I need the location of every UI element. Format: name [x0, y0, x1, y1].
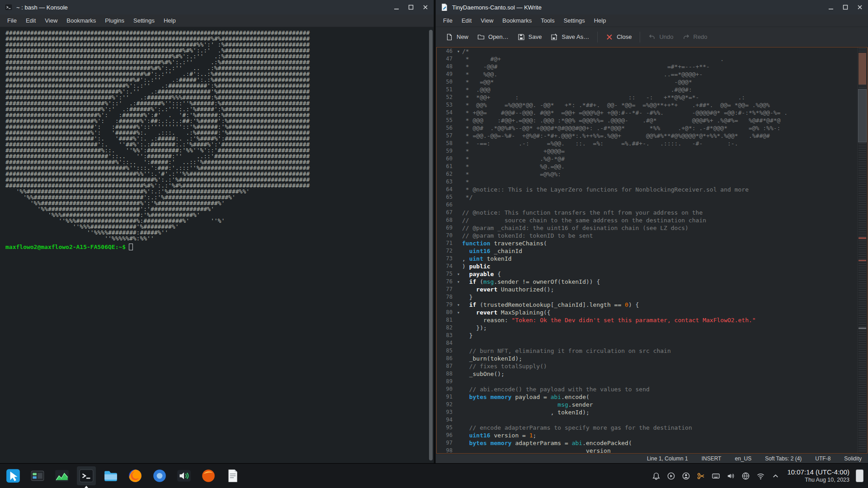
- clock[interactable]: 10:07:14 (UTC-4:00) Thu Aug 10, 2023: [787, 468, 849, 483]
- menu-bookmarks[interactable]: Bookmarks: [62, 14, 100, 27]
- launcher-task[interactable]: [4, 466, 23, 485]
- maximize-button[interactable]: [842, 4, 849, 11]
- dolphin-task[interactable]: [101, 466, 120, 485]
- fold-arrow-icon[interactable]: ▾: [455, 309, 462, 316]
- status-utf-8[interactable]: UTF-8: [815, 455, 830, 462]
- code-area[interactable]: 46▾/*47 * #@+ .48 * -@@# =#*+=---+**-49 …: [437, 47, 857, 453]
- menu-help[interactable]: Help: [590, 14, 611, 27]
- menu-view[interactable]: View: [476, 14, 498, 27]
- status-line-1-column-1[interactable]: Line 1, Column 1: [647, 455, 688, 462]
- minimap-viewport[interactable]: [858, 89, 867, 142]
- toolbar-button-label: Open…: [488, 33, 509, 40]
- fold-spacer: [455, 147, 462, 155]
- fold-arrow-icon[interactable]: ▾: [455, 47, 462, 55]
- discover-task[interactable]: [150, 466, 169, 485]
- open-button[interactable]: Open…: [473, 31, 513, 43]
- fold-arrow-icon[interactable]: ▾: [455, 278, 462, 286]
- fold-spacer: [455, 316, 462, 324]
- menu-help[interactable]: Help: [159, 14, 180, 27]
- minimap-mark: [859, 328, 866, 329]
- pager-task[interactable]: [28, 466, 47, 485]
- konsole-titlebar[interactable]: ~ : bash — Konsole: [0, 0, 434, 14]
- clipboard-scissors-icon[interactable]: [696, 471, 705, 480]
- close-button[interactable]: Close: [601, 31, 636, 43]
- firefox-task[interactable]: [126, 466, 145, 485]
- keyboard-layout-icon[interactable]: [711, 471, 720, 480]
- fold-spacer: [455, 163, 462, 170]
- menu-tools[interactable]: Tools: [536, 14, 559, 27]
- media-player-icon[interactable]: [666, 471, 675, 480]
- code-line-54: 54 * +@@= #@@#--@@@. #@@* =@@+ =@@@%@+ +…: [437, 109, 857, 117]
- kwrite-toolbar: NewOpen…SaveSave As…CloseUndoRedo: [436, 27, 868, 47]
- code-line-98: 98 version: [437, 447, 857, 453]
- close-button[interactable]: [856, 4, 863, 11]
- toolbar-separator: [640, 32, 640, 42]
- wifi-icon[interactable]: [756, 471, 765, 480]
- fold-arrow-icon[interactable]: ▾: [455, 301, 462, 309]
- close-document-icon: [606, 33, 613, 41]
- minimap-scrollbar[interactable]: [857, 47, 867, 453]
- save-button[interactable]: Save: [513, 31, 547, 43]
- konsole-task[interactable]: [77, 466, 96, 485]
- code-text: _burn(tokenId);: [462, 355, 857, 362]
- line-number: 82: [437, 324, 455, 332]
- code-line-90: 90 // abi.encode() the payload with the …: [437, 385, 857, 393]
- network-icon[interactable]: [741, 471, 750, 480]
- code-text: function traverseChains(: [462, 239, 857, 247]
- clock-time: 10:07:14 (UTC-4:00): [787, 468, 849, 477]
- code-line-63: 63 *: [437, 178, 857, 186]
- save-as-button[interactable]: Save As…: [546, 31, 594, 43]
- status-solidity[interactable]: Solidity: [844, 455, 862, 462]
- fold-spacer: [455, 124, 462, 132]
- browser-task[interactable]: [199, 466, 218, 485]
- menu-bookmarks[interactable]: Bookmarks: [498, 14, 536, 27]
- document-viewer-task[interactable]: [223, 466, 242, 485]
- menu-view[interactable]: View: [40, 14, 62, 27]
- code-text: * %@@. ..==*@@@@+-: [462, 70, 857, 78]
- status-en-us[interactable]: en_US: [735, 455, 751, 462]
- editor-view[interactable]: 46▾/*47 * #@+ .48 * -@@# =#*+=---+**-49 …: [436, 47, 868, 454]
- menu-settings[interactable]: Settings: [559, 14, 590, 27]
- show-desktop-button[interactable]: [856, 469, 863, 482]
- tray-expander-icon[interactable]: [771, 471, 780, 480]
- line-number: 63: [437, 178, 455, 186]
- terminal-scrollbar[interactable]: [429, 30, 433, 460]
- status-insert[interactable]: INSERT: [702, 455, 722, 462]
- audio-player-task[interactable]: [175, 466, 193, 485]
- line-number: 83: [437, 332, 455, 339]
- fold-spacer: [455, 140, 462, 147]
- menu-file[interactable]: File: [3, 14, 21, 27]
- terminal[interactable]: ########################################…: [0, 27, 434, 463]
- menu-file[interactable]: File: [439, 14, 457, 27]
- code-text: // @param tokenId: tokenID to be sent: [462, 232, 857, 239]
- line-number: 93: [437, 408, 455, 416]
- line-number: 49: [437, 70, 455, 78]
- system-monitor-task[interactable]: [52, 466, 71, 485]
- code-text: revert Unauthorized();: [462, 286, 857, 293]
- new-button[interactable]: New: [441, 31, 473, 43]
- menu-edit[interactable]: Edit: [21, 14, 40, 27]
- code-line-67: 67// @notice: This function transfers th…: [437, 209, 857, 216]
- menu-edit[interactable]: Edit: [457, 14, 476, 27]
- notifications-bell-icon[interactable]: [651, 471, 660, 480]
- menu-plugins[interactable]: Plugins: [100, 14, 129, 27]
- minimize-button[interactable]: [827, 4, 835, 11]
- code-line-95: 95 // encode adapterParams to specify mo…: [437, 424, 857, 432]
- maximize-button[interactable]: [407, 4, 415, 11]
- close-button[interactable]: [422, 4, 429, 11]
- minimize-button[interactable]: [393, 4, 400, 11]
- fold-spacer: [455, 247, 462, 255]
- line-number: 88: [437, 370, 455, 378]
- kwrite-titlebar[interactable]: TinyDaemons-Canto.sol — KWrite: [436, 0, 868, 14]
- fold-spacer: [455, 447, 462, 453]
- menu-settings[interactable]: Settings: [129, 14, 159, 27]
- line-number: 86: [437, 355, 455, 362]
- fold-spacer: [455, 70, 462, 78]
- status-soft-tabs-2-4[interactable]: Soft Tabs: 2 (4): [765, 455, 802, 462]
- code-line-71: 71function traverseChains(: [437, 239, 857, 247]
- code-text: reason: "Token: Ok the Dev didn't set th…: [462, 316, 857, 324]
- line-number: 47: [437, 55, 455, 63]
- fold-arrow-icon[interactable]: ▾: [455, 270, 462, 278]
- volume-icon[interactable]: [726, 471, 735, 480]
- user-account-icon[interactable]: [681, 471, 690, 480]
